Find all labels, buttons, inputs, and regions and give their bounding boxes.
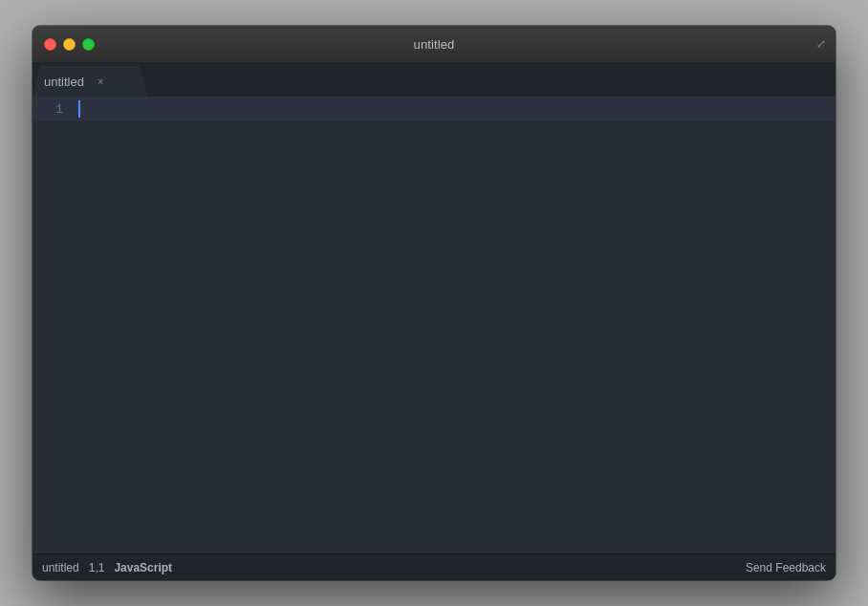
tab-close-button[interactable]: × [98,76,103,87]
editor-area[interactable] [73,97,835,553]
line-number-1: 1 [55,102,63,117]
line-gutter: 1 [33,97,73,553]
app-window: untitled ⤢ untitled × 1 untitled 1,1 [33,26,835,580]
traffic-lights [44,38,95,51]
tabbar: untitled × [33,62,835,97]
editor-container: 1 [33,97,835,553]
tab-untitled[interactable]: untitled × [33,66,147,97]
status-filename: untitled [42,561,79,574]
cursor-line [73,97,835,121]
tab-label: untitled [44,75,84,89]
maximize-button[interactable] [82,38,95,51]
status-left: untitled 1,1 JavaScript [42,561,172,574]
fullscreen-icon[interactable]: ⤢ [816,37,826,51]
statusbar: untitled 1,1 JavaScript Send Feedback [33,553,835,580]
titlebar: untitled ⤢ [33,26,835,62]
send-feedback-button[interactable]: Send Feedback [746,561,826,574]
text-cursor [78,100,80,118]
current-line-highlight [73,97,835,121]
status-position: 1,1 [89,561,105,574]
status-language[interactable]: JavaScript [114,561,172,574]
close-button[interactable] [44,38,56,51]
minimize-button[interactable] [63,38,76,51]
line-number-row-1: 1 [33,97,73,121]
window-title: untitled [414,37,455,52]
